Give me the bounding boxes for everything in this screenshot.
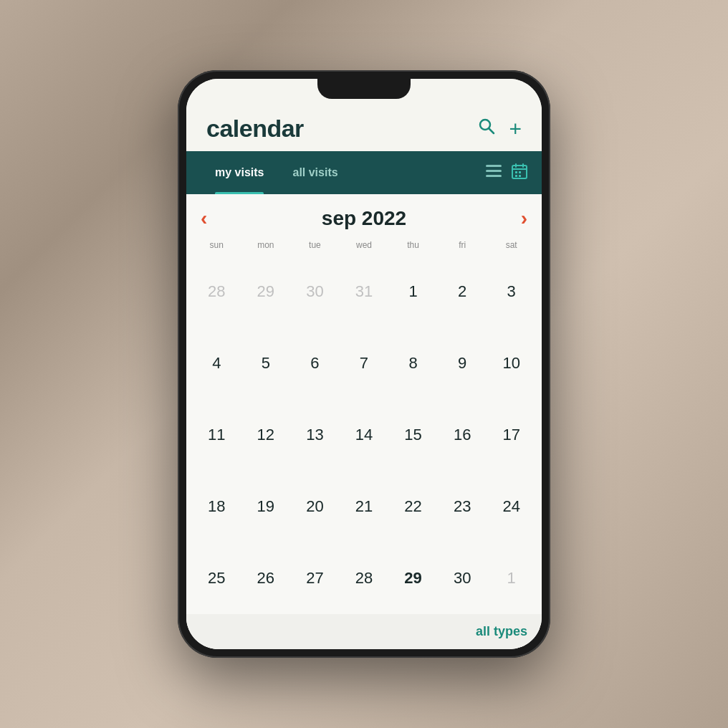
calendar-day[interactable]: 4 <box>192 327 241 399</box>
svg-rect-12 <box>519 175 521 177</box>
calendar-day[interactable]: 29 <box>388 542 438 614</box>
header-icons: + <box>477 117 522 140</box>
calendar-day[interactable]: 3 <box>487 256 536 327</box>
tab-view-icons <box>486 163 527 183</box>
prev-month-button[interactable]: ‹ <box>201 207 207 230</box>
calendar-day[interactable]: 22 <box>388 471 438 542</box>
tab-my-visits[interactable]: my visits <box>201 151 278 194</box>
tab-bar: my visits all visits <box>186 151 542 194</box>
day-headers: sun mon tue wed thu fri sat <box>186 237 542 253</box>
calendar-day[interactable]: 30 <box>290 256 340 327</box>
calendar-day[interactable]: 27 <box>290 542 340 614</box>
calendar-day[interactable]: 10 <box>487 327 536 399</box>
calendar-day[interactable]: 28 <box>340 542 389 614</box>
calendar-view-icon[interactable] <box>512 163 527 183</box>
phone-wrapper: calendar + my visits <box>178 70 550 658</box>
day-header-mon: mon <box>241 237 291 253</box>
phone-screen: calendar + my visits <box>186 79 542 649</box>
calendar-section: ‹ sep 2022 › sun mon tue wed thu fri sat… <box>186 194 542 649</box>
calendar-footer: all types <box>186 614 542 649</box>
svg-rect-10 <box>519 171 521 173</box>
calendar-grid: 2829303112345678910111213141516171819202… <box>186 256 542 614</box>
calendar-day[interactable]: 7 <box>340 327 389 399</box>
calendar-day[interactable]: 30 <box>438 542 487 614</box>
search-icon[interactable] <box>477 117 496 140</box>
calendar-day[interactable]: 8 <box>388 327 438 399</box>
day-header-fri: fri <box>438 237 487 253</box>
calendar-day[interactable]: 26 <box>241 542 291 614</box>
svg-rect-3 <box>486 170 502 172</box>
all-types-button[interactable]: all types <box>476 624 527 639</box>
next-month-button[interactable]: › <box>521 207 527 230</box>
phone-frame: calendar + my visits <box>178 70 550 658</box>
calendar-day[interactable]: 20 <box>290 471 340 542</box>
list-view-icon[interactable] <box>486 165 502 181</box>
day-header-tue: tue <box>290 237 340 253</box>
phone-notch <box>317 79 411 99</box>
calendar-day[interactable]: 15 <box>388 399 438 471</box>
calendar-day[interactable]: 28 <box>192 256 241 327</box>
calendar-day[interactable]: 5 <box>241 327 291 399</box>
calendar-day[interactable]: 16 <box>438 399 487 471</box>
svg-rect-4 <box>486 175 502 177</box>
calendar-day[interactable]: 31 <box>340 256 389 327</box>
svg-rect-11 <box>515 175 517 177</box>
calendar-day[interactable]: 25 <box>192 542 241 614</box>
month-nav: ‹ sep 2022 › <box>186 194 542 237</box>
calendar-day[interactable]: 18 <box>192 471 241 542</box>
calendar-day[interactable]: 23 <box>438 471 487 542</box>
calendar-day[interactable]: 14 <box>340 399 389 471</box>
svg-line-1 <box>489 129 494 134</box>
calendar-day[interactable]: 17 <box>487 399 536 471</box>
day-header-wed: wed <box>340 237 389 253</box>
calendar-day[interactable]: 29 <box>241 256 291 327</box>
calendar-day[interactable]: 2 <box>438 256 487 327</box>
add-icon[interactable]: + <box>509 118 522 140</box>
calendar-day[interactable]: 9 <box>438 327 487 399</box>
calendar-day[interactable]: 12 <box>241 399 291 471</box>
calendar-day[interactable]: 1 <box>487 542 536 614</box>
calendar-day[interactable]: 11 <box>192 399 241 471</box>
calendar-day[interactable]: 21 <box>340 471 389 542</box>
day-header-sun: sun <box>192 237 241 253</box>
calendar-day[interactable]: 13 <box>290 399 340 471</box>
day-header-thu: thu <box>388 237 438 253</box>
app-title: calendar <box>206 115 304 143</box>
svg-rect-2 <box>486 165 502 167</box>
svg-rect-9 <box>515 171 517 173</box>
calendar-day[interactable]: 19 <box>241 471 291 542</box>
calendar-day[interactable]: 6 <box>290 327 340 399</box>
month-title: sep 2022 <box>322 207 406 230</box>
calendar-day[interactable]: 24 <box>487 471 536 542</box>
tab-all-visits[interactable]: all visits <box>278 151 352 194</box>
calendar-day[interactable]: 1 <box>388 256 438 327</box>
day-header-sat: sat <box>487 237 536 253</box>
